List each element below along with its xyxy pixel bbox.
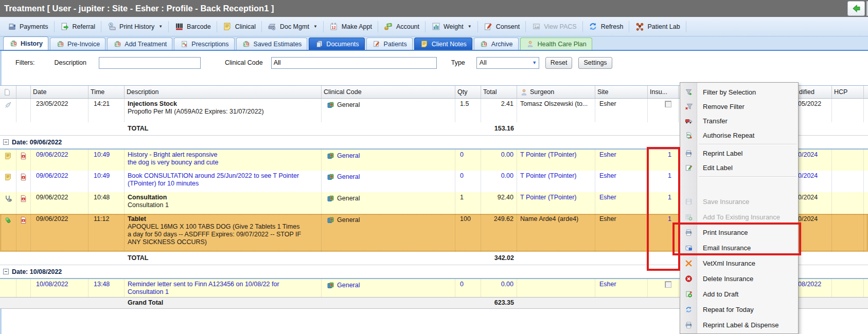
settings-button[interactable]: Settings bbox=[578, 57, 612, 69]
toolbar-button-payments[interactable]: Payments bbox=[3, 21, 52, 33]
tab-saved-estimates[interactable]: Saved Estimates bbox=[236, 38, 308, 50]
clinical-code-input[interactable] bbox=[271, 57, 437, 69]
tab-prescriptions[interactable]: RPrescriptions bbox=[174, 38, 234, 50]
menu-item-repeat-for-today[interactable]: Repeat for Today bbox=[680, 302, 798, 317]
toolbar-label: Account bbox=[396, 23, 419, 30]
date-cell: 09/06/2022 bbox=[31, 150, 88, 171]
menu-item-delete-insurance[interactable]: Delete Insurance bbox=[680, 271, 798, 286]
tab-health-care-plan[interactable]: Health Care Plan bbox=[520, 38, 592, 50]
toolbar-button-consent[interactable]: Consent bbox=[480, 21, 524, 33]
toolbar-button-clinical[interactable]: Clinical bbox=[219, 21, 260, 33]
time-cell: 10:49 bbox=[88, 150, 125, 171]
tab-client-notes[interactable]: Client Notes bbox=[414, 38, 472, 50]
column-header-site[interactable]: Site bbox=[595, 86, 648, 98]
column-header-clinical-code[interactable]: Clinical Code bbox=[322, 86, 455, 98]
qty-cell: 100 bbox=[455, 214, 481, 252]
toolbar-label: Print History bbox=[119, 23, 154, 30]
collapse-icon[interactable] bbox=[3, 269, 9, 274]
toolbar-separator bbox=[425, 21, 426, 32]
tab-add-treatment[interactable]: Add Treatment bbox=[107, 38, 172, 50]
menu-item-remove-filter[interactable]: Remove Filter bbox=[680, 99, 798, 114]
qty-cell: 0 bbox=[455, 150, 481, 171]
collapse-icon[interactable] bbox=[3, 139, 9, 145]
tab-label: Documents bbox=[326, 41, 359, 48]
column-header-description[interactable]: Description bbox=[125, 86, 322, 98]
column-header-hcp[interactable]: HCP bbox=[832, 86, 864, 98]
menu-item-reprint-label[interactable]: Reprint Label bbox=[680, 146, 798, 160]
menu-spacer bbox=[680, 178, 798, 194]
tab-label: Add Treatment bbox=[125, 41, 167, 48]
empty-cell bbox=[832, 122, 864, 135]
toolbar-button-make-appt[interactable]: 12Make Appt bbox=[325, 21, 376, 33]
menu-item-add-to-draft[interactable]: Add to Draft bbox=[680, 286, 798, 302]
empty-cell bbox=[0, 252, 16, 265]
column-header-label: Qty bbox=[457, 88, 467, 96]
type-select[interactable]: All ▼ bbox=[476, 57, 539, 69]
description-line: Consultation 1 bbox=[128, 201, 321, 209]
toolbar-button-print-history[interactable]: Print History▼ bbox=[103, 21, 167, 33]
row-type-icon-cell bbox=[0, 150, 16, 171]
toolbar-button-patient-lab[interactable]: Patient Lab bbox=[631, 21, 684, 33]
toolbar-button-referral[interactable]: Referral bbox=[56, 21, 99, 33]
tab-label: Prescriptions bbox=[191, 41, 228, 48]
toolbar-label: Doc Mgmt bbox=[280, 23, 309, 30]
tab-archive[interactable]: Archive bbox=[474, 38, 519, 50]
consent-icon bbox=[484, 22, 493, 31]
note-icon bbox=[3, 151, 12, 160]
menu-item-label: Add To Existing Insurance bbox=[680, 213, 780, 221]
toolbar-button-weight[interactable]: Weight▼ bbox=[427, 21, 476, 33]
tab-label: Pre-Invoice bbox=[67, 41, 100, 48]
toolbar-button-doc-mgmt[interactable]: Doc Mgmt▼ bbox=[263, 21, 322, 33]
row-attachment-icon-cell bbox=[16, 99, 31, 122]
insurance-menu-highlight-box bbox=[672, 222, 801, 255]
tab-documents[interactable]: Documents bbox=[309, 38, 364, 50]
column-header-total[interactable]: Total bbox=[481, 86, 517, 98]
qty-cell: 0 bbox=[455, 171, 481, 192]
menu-item-filter-by-selection[interactable]: Filter by Selection bbox=[680, 85, 798, 99]
column-header-time[interactable]: Time bbox=[88, 86, 125, 98]
title-bar: Treatment [ User - jupiter : Site - Eshe… bbox=[0, 0, 868, 17]
toolbar-button-account[interactable]: Account bbox=[380, 21, 423, 33]
column-header-qty[interactable]: Qty bbox=[455, 86, 481, 98]
filler-cell bbox=[864, 99, 868, 122]
column-header-attach[interactable] bbox=[16, 86, 31, 98]
time-cell: 14:21 bbox=[88, 99, 125, 122]
time-cell: 10:48 bbox=[88, 192, 125, 214]
menu-item-authorise-repeat[interactable]: Authorise Repeat bbox=[680, 128, 798, 142]
empty-cell bbox=[0, 298, 16, 308]
add-draft-icon bbox=[684, 289, 693, 299]
description-input[interactable] bbox=[99, 57, 201, 69]
tab-bar: HistoryPre-InvoiceAdd TreatmentRPrescrip… bbox=[0, 36, 868, 51]
menu-item-transfer[interactable]: Transfer bbox=[680, 114, 798, 128]
back-button[interactable] bbox=[847, 1, 865, 16]
insurance-checkbox[interactable] bbox=[665, 281, 671, 288]
modified-cell: 0/2024 bbox=[797, 214, 832, 252]
clinical-code-cell: General bbox=[322, 150, 455, 171]
menu-item-edit-label[interactable]: Edit Label bbox=[680, 160, 798, 175]
column-header-insu[interactable]: Insu... bbox=[648, 86, 679, 98]
tab-patients[interactable]: Patients bbox=[366, 38, 413, 50]
toolbar-button-refresh[interactable]: Refresh bbox=[584, 21, 628, 33]
toolbar-button-barcode[interactable]: Barcode bbox=[170, 21, 215, 33]
clinical-code-label: General bbox=[337, 194, 360, 202]
tab-label: Patients bbox=[384, 41, 407, 48]
general-code-icon bbox=[326, 215, 335, 225]
empty-cell bbox=[797, 252, 832, 265]
tab-pre-invoice[interactable]: Pre-Invoice bbox=[50, 38, 105, 50]
prescription-icon: R bbox=[180, 40, 189, 49]
menu-item-reprint-label-dispense[interactable]: Reprint Label & Dispense bbox=[680, 317, 798, 332]
modified-cell: 05/2022 bbox=[797, 99, 832, 122]
reset-button[interactable]: Reset bbox=[545, 57, 573, 69]
column-header-surgeon[interactable]: Surgeon bbox=[517, 86, 595, 98]
insurance-checkbox[interactable] bbox=[665, 101, 671, 107]
tab-label: History bbox=[21, 40, 43, 47]
modified-cell: 0/2024 bbox=[797, 150, 832, 171]
hcp-cell bbox=[832, 192, 864, 214]
column-header-date[interactable]: Date bbox=[31, 86, 88, 98]
general-code-icon bbox=[326, 172, 335, 181]
column-header-modified[interactable]: dified bbox=[797, 86, 832, 98]
column-header-doc[interactable] bbox=[0, 86, 16, 98]
tab-history[interactable]: History bbox=[3, 36, 48, 50]
menu-item-vetxml-insurance[interactable]: VetXml Insurance bbox=[680, 255, 798, 271]
weight-icon bbox=[431, 22, 440, 31]
